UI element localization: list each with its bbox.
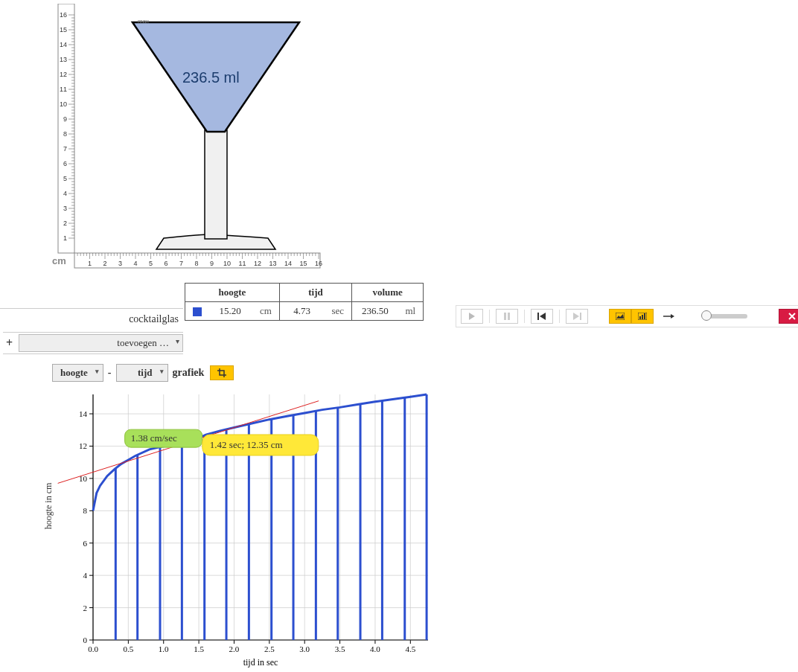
svg-text:12: 12 [60, 71, 67, 78]
svg-text:3: 3 [118, 260, 122, 267]
svg-text:5: 5 [63, 175, 67, 182]
svg-text:2.0: 2.0 [229, 644, 240, 653]
volume-unit: ml [398, 302, 424, 321]
y-axis-select-text: hoogte [60, 367, 88, 378]
measurements-table: hoogte tijd volume 15.20 cm 4.73 sec 236… [185, 283, 424, 321]
svg-rect-192 [508, 313, 510, 320]
delete-button[interactable] [779, 309, 798, 324]
svg-text:1.5: 1.5 [194, 644, 204, 653]
col-header-volume: volume [352, 284, 424, 302]
svg-text:13: 13 [269, 260, 276, 267]
svg-text:11: 11 [60, 86, 67, 93]
add-plus-icon[interactable]: + [3, 336, 16, 350]
svg-text:6: 6 [164, 260, 167, 267]
hoogte-value[interactable]: 15.20 [208, 302, 252, 321]
glass-simulation: cm max 236.5 ml 12345678910111213141516 … [52, 4, 324, 272]
chart[interactable]: hoogte in cm 0.00.51.01.52.02.53.03.54.0… [56, 387, 435, 670]
svg-rect-190 [205, 130, 227, 239]
svg-text:3.5: 3.5 [335, 644, 345, 653]
volume-value[interactable]: 236.50 [352, 302, 398, 321]
crop-icon [217, 368, 226, 377]
svg-text:2: 2 [63, 220, 67, 227]
svg-text:1.0: 1.0 [159, 644, 169, 653]
rewind-start-button[interactable] [531, 309, 553, 324]
svg-text:10: 10 [60, 100, 67, 108]
y-axis-title: hoogte in cm [43, 454, 54, 558]
svg-text:5: 5 [149, 260, 153, 267]
pause-icon [503, 313, 511, 320]
svg-text:1.38 cm/sec: 1.38 cm/sec [131, 432, 177, 444]
chart-svg: 0.00.51.01.52.02.53.03.54.04.50246810121… [56, 387, 435, 670]
axis-dash: - [106, 367, 113, 379]
svg-rect-193 [537, 313, 539, 320]
arrow-right-button[interactable] [658, 309, 680, 324]
svg-text:2: 2 [83, 604, 88, 612]
svg-text:7: 7 [63, 145, 67, 153]
svg-text:6: 6 [63, 160, 67, 167]
svg-text:0: 0 [83, 636, 88, 644]
svg-text:0.5: 0.5 [123, 644, 133, 653]
x-axis-select[interactable]: tijd [116, 364, 168, 382]
series-color-swatch [193, 307, 202, 316]
picture-icon [616, 313, 625, 320]
svg-text:4: 4 [83, 571, 88, 580]
max-label: max [138, 18, 149, 25]
crop-button[interactable] [210, 365, 234, 380]
svg-text:1: 1 [88, 260, 92, 267]
ruler-unit-label: cm [52, 255, 66, 266]
hoogte-unit: cm [252, 302, 279, 321]
separator [559, 310, 560, 323]
svg-rect-197 [639, 316, 641, 319]
col-header-hoogte: hoogte [185, 284, 280, 302]
volume-display: 236.5 ml [182, 69, 240, 86]
svg-text:4: 4 [63, 190, 67, 197]
svg-text:15: 15 [299, 260, 307, 267]
bar-chart-button[interactable] [631, 309, 654, 324]
rewind-start-icon [537, 313, 546, 320]
y-axis-select[interactable]: hoogte [52, 364, 103, 382]
chart-type-buttons [609, 309, 654, 324]
svg-text:1.42 sec; 12.35 cm: 1.42 sec; 12.35 cm [210, 439, 283, 450]
col-header-tijd: tijd [279, 284, 351, 302]
pause-button[interactable] [496, 309, 518, 324]
add-glass-select-text: toevoegen … [117, 337, 169, 348]
svg-text:9: 9 [210, 260, 214, 267]
svg-text:6: 6 [83, 539, 88, 548]
svg-text:2: 2 [103, 260, 106, 267]
tijd-unit: sec [324, 302, 351, 321]
add-glass-row: + toevoegen … [3, 332, 183, 354]
forward-end-icon [572, 313, 581, 320]
svg-text:8: 8 [63, 130, 67, 138]
playback-controls [456, 305, 798, 327]
svg-text:13: 13 [60, 56, 67, 63]
svg-text:4: 4 [133, 260, 137, 267]
svg-text:tijd in sec: tijd in sec [243, 657, 278, 668]
glass-name-text: cocktailglas [129, 313, 179, 324]
arrow-right-icon [663, 313, 675, 319]
svg-text:14: 14 [284, 260, 292, 267]
svg-text:7: 7 [179, 260, 183, 267]
close-icon [788, 313, 796, 320]
svg-text:12: 12 [79, 441, 87, 450]
play-icon [468, 313, 476, 320]
separator [489, 310, 490, 323]
bar-chart-icon [638, 313, 647, 320]
svg-rect-191 [504, 313, 506, 320]
forward-end-button[interactable] [566, 309, 588, 324]
svg-text:3.0: 3.0 [299, 644, 310, 653]
add-glass-select[interactable]: toevoegen … [19, 334, 183, 352]
svg-text:0.0: 0.0 [88, 644, 98, 653]
svg-text:8: 8 [194, 260, 198, 267]
glass-row-label: cocktailglas [0, 308, 183, 329]
play-button[interactable] [461, 309, 483, 324]
svg-text:3: 3 [63, 205, 67, 212]
svg-text:12: 12 [254, 260, 261, 267]
svg-text:8: 8 [83, 506, 88, 515]
tijd-value[interactable]: 4.73 [279, 302, 324, 321]
svg-text:4.5: 4.5 [405, 644, 415, 653]
slider-thumb[interactable] [701, 310, 712, 321]
speed-slider[interactable] [703, 314, 747, 319]
svg-text:15: 15 [60, 26, 67, 33]
svg-text:14: 14 [60, 41, 67, 48]
picture-chart-button[interactable] [609, 309, 631, 324]
